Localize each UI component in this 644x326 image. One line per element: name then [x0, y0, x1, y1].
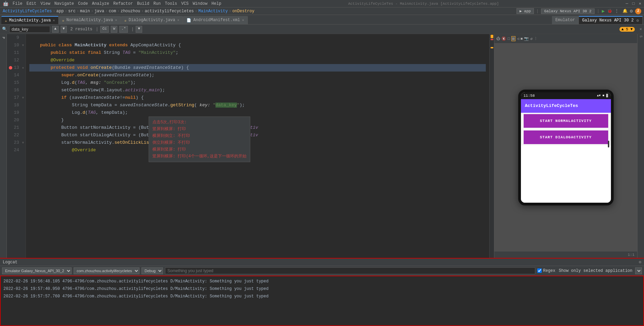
tab-androidmanifest-close[interactable]: ✕ — [242, 18, 244, 22]
maximize-btn[interactable]: □ — [632, 1, 635, 6]
ratio-value: 1:1 — [628, 253, 634, 257]
logcat-title: Logcat — [3, 260, 17, 265]
tab-normalactivity-close[interactable]: ✕ — [115, 18, 117, 22]
search-icon: 🔍 — [2, 27, 7, 32]
menu-run[interactable]: Run — [153, 1, 161, 6]
tab-androidmanifest[interactable]: 📄 AndroidManifest.xml ✕ — [183, 16, 248, 24]
regex-checkbox[interactable] — [537, 268, 542, 273]
menu-code[interactable]: Code — [78, 1, 88, 6]
device-dropdown[interactable]: Galaxy Nexus API 30 2 — [541, 9, 595, 14]
menu-window[interactable]: Window — [193, 1, 207, 6]
emulator-stop-icon[interactable]: ■ — [521, 37, 523, 41]
prev-result-btn[interactable]: ▲ — [52, 26, 59, 33]
nav-src[interactable]: src — [68, 9, 76, 14]
show-only-select[interactable]: ▼ — [635, 267, 642, 274]
debug-btn[interactable]: 🐞 — [607, 9, 612, 14]
emulator-more-icon[interactable]: ⋮ — [534, 36, 538, 41]
run-config-dropdown[interactable]: ▶ app — [516, 8, 534, 14]
sep6: › — [117, 9, 120, 14]
menu-file[interactable]: File — [13, 1, 23, 6]
emulator-tab-label: Emulator — [555, 18, 575, 22]
project-icon[interactable]: P — [1, 37, 5, 39]
close-btn[interactable]: ✕ — [639, 1, 641, 6]
menu-vcs[interactable]: VCS — [181, 1, 189, 6]
search-input[interactable] — [9, 26, 50, 33]
code-line-22: Button startDialogActivity = (Button) fi… — [29, 131, 486, 139]
logcat-settings-icon[interactable]: ⚙ — [639, 260, 641, 265]
emulator-power-icon[interactable]: ⏻ — [496, 36, 500, 41]
line-numbers: 9 10 11 12 13 14 15 16 17 18 19 20 21 22… — [7, 34, 20, 258]
code-line-18: String tempData = savedInstanceState.get… — [29, 102, 486, 109]
code-line-11: public static final String TAG = "MainAc… — [29, 49, 486, 57]
device-select[interactable]: Emulator Galaxy_Nexus_API_30_2 — [2, 267, 72, 274]
search-bar: 🔍 ▲ ▼ 2 results | Cc W .* | ▼ ▲ 5 ▼ ✕ — [0, 25, 644, 34]
app-icon: 🤖 — [3, 1, 9, 6]
nav-method[interactable]: onDestroy — [232, 9, 254, 14]
filter-btn[interactable]: ▼ — [136, 26, 142, 33]
emulator-settings-icon[interactable]: ⚙ — [636, 18, 639, 23]
tab-androidmanifest-label: AndroidManifest.xml — [193, 18, 240, 22]
sep9: › — [229, 9, 231, 14]
menu-view[interactable]: View — [41, 1, 50, 6]
close-search-btn[interactable]: ✕ — [640, 27, 642, 32]
nav-java[interactable]: java — [94, 9, 104, 14]
structure-icon[interactable]: S — [639, 35, 643, 37]
emulator-refresh-icon[interactable]: ↺ — [530, 36, 533, 41]
run-btn[interactable]: ▶ — [602, 8, 604, 14]
whole-word-btn[interactable]: W — [111, 26, 117, 33]
package-select[interactable]: com.zhouzhou.activitylifecycletes — [74, 267, 139, 274]
emulator-screen2-icon[interactable]: ⊡ — [511, 36, 516, 41]
emulator-device-tab[interactable]: Galaxy Nexus API 30 2 ⚙ — [579, 16, 643, 24]
nav-zhouzhou[interactable]: zhouzhou — [121, 9, 140, 14]
regex-search-btn[interactable]: .* — [119, 26, 128, 33]
menu-tools[interactable]: Tools — [165, 1, 177, 6]
project-name[interactable]: ActivityLifeCycleTes — [3, 9, 52, 14]
warnings-badge[interactable]: ▲ 5 ▼ — [619, 27, 635, 32]
phone-btn2-label: START DIALOGACTIVITY — [540, 135, 591, 139]
breakpoint-13[interactable] — [9, 66, 12, 69]
emulator-screen1-icon[interactable]: □ — [508, 37, 510, 41]
logcat-line-2: 2022-02-26 19:57:40.950 4796-4796/com.zh… — [3, 285, 641, 293]
emulator-camera-icon[interactable]: 📷 — [524, 36, 529, 41]
tab-mainactivity-close[interactable]: ✕ — [53, 18, 55, 22]
settings-icon[interactable]: ⚙ — [630, 8, 633, 14]
sep2: › — [65, 9, 67, 14]
emulator-prev-icon[interactable]: ◁ — [517, 36, 519, 41]
menu-analyze[interactable]: Analyze — [92, 1, 109, 6]
menu-build[interactable]: Build — [137, 1, 149, 6]
sep8: › — [195, 9, 197, 14]
more-run-options[interactable]: ⋮ — [615, 9, 619, 14]
emulator-toolbar: ⏻ 🔇 □ ⊡ ◁ ■ 📷 ↺ ⋮ — [494, 34, 637, 44]
nav-com[interactable]: com — [109, 9, 116, 14]
nav-main[interactable]: main — [80, 9, 90, 14]
tab-mainactivity[interactable]: ☕ MainActivity.java ✕ — [1, 16, 59, 24]
nav-package[interactable]: activitylifecycletes — [145, 9, 194, 14]
minimize-btn[interactable]: ─ — [626, 1, 628, 6]
tab-dialogactivity-close[interactable]: ✕ — [177, 18, 179, 22]
next-result-btn[interactable]: ▼ — [61, 26, 67, 33]
level-select[interactable]: Debug — [141, 267, 163, 274]
phone-btn2[interactable]: START DIALOGACTIVITY — [524, 130, 608, 144]
nav-app[interactable]: app — [56, 9, 64, 14]
emulator-ratio: 1:1 — [494, 251, 637, 258]
logcat-search-input[interactable] — [165, 267, 535, 274]
code-content[interactable]: public class MainActivity extends AppCom… — [26, 34, 489, 258]
nav-class[interactable]: MainActivity — [198, 9, 228, 14]
right-sidebar: S — [637, 34, 644, 258]
tab-normalactivity[interactable]: ☕ NormalActivity.java ✕ — [59, 16, 121, 24]
menu-edit[interactable]: Edit — [27, 1, 36, 6]
avatar[interactable]: Z — [635, 8, 641, 14]
emulator-sound-icon[interactable]: 🔇 — [501, 36, 506, 41]
menu-help[interactable]: Help — [211, 1, 221, 6]
code-line-21: Button startNormalActivity = (Button) fi… — [29, 124, 486, 131]
match-case-btn[interactable]: Cc — [100, 26, 109, 33]
emulator-tab[interactable]: Emulator — [552, 16, 579, 24]
menu-navigate[interactable]: Navigate — [54, 1, 74, 6]
logcat-panel: Logcat ⚙ Emulator Galaxy_Nexus_API_30_2 … — [0, 258, 644, 326]
tab-dialogactivity[interactable]: ☕ DialogActivity.java ✕ — [121, 16, 183, 24]
regex-label: Regex — [543, 268, 555, 273]
phone-btn1[interactable]: START NORMALACTIVITY — [524, 114, 608, 128]
tooltip-line-3: 横屏到倒立: 不打印 — [152, 133, 246, 139]
sep7: › — [141, 9, 144, 14]
menu-refactor[interactable]: Refactor — [113, 1, 133, 6]
